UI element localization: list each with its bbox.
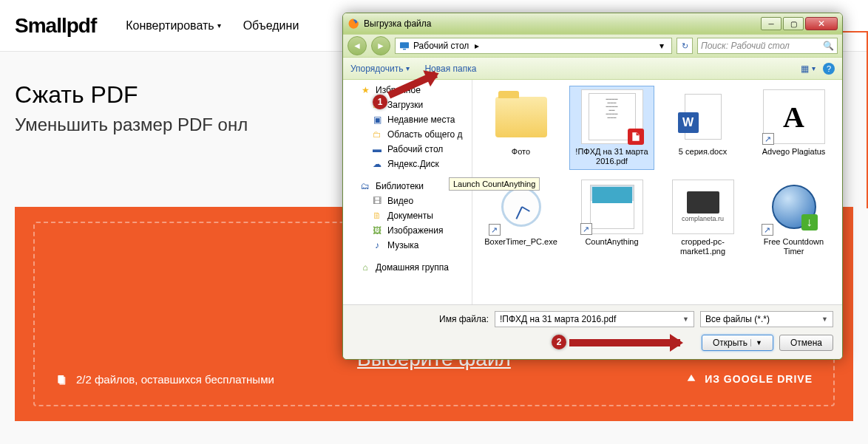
chevron-down-icon: ▾: [217, 21, 221, 30]
gdrive-icon: [685, 373, 697, 385]
file-label: Advego Plagiatus: [762, 147, 826, 166]
file-label: !ПФХД на 31 марта 2016.pdf: [573, 147, 651, 166]
file-item[interactable]: ↗CountAnything: [569, 176, 654, 260]
help-icon: ?: [823, 63, 835, 75]
sidebar: ★Избранное 🗀Загрузки ▣Недавние места 🗀Об…: [343, 80, 472, 304]
nav-merge[interactable]: Объедини: [243, 19, 299, 33]
file-open-dialog: Выгрузка файла ─ ▢ ✕ ◄ ► Рабочий стол ▸ …: [342, 13, 843, 360]
file-item[interactable]: complaneta.rucropped-pc-market1.png: [660, 176, 745, 260]
video-icon: 🎞: [371, 195, 383, 207]
sidebar-item-shared[interactable]: 🗀Область общего д: [343, 127, 472, 142]
image-icon: 🖼: [371, 225, 383, 236]
sidebar-item-documents[interactable]: 🗎Документы: [343, 208, 472, 223]
dialog-footer: Имя файла: !ПФХД на 31 марта 2016.pdf▼ В…: [343, 304, 842, 359]
desktop-icon: [399, 40, 410, 52]
music-icon: ♪: [371, 239, 383, 251]
cancel-button[interactable]: Отмена: [779, 335, 833, 351]
forward-button[interactable]: ►: [371, 36, 390, 55]
path-bar[interactable]: Рабочий стол ▸ ▾: [395, 38, 672, 54]
file-thumbnail: ↗: [581, 180, 643, 234]
file-label: CountAnything: [585, 237, 638, 256]
chevron-down-icon: ▾: [812, 64, 816, 72]
svg-rect-1: [59, 377, 65, 385]
sidebar-item-recent[interactable]: ▣Недавние места: [343, 112, 472, 127]
homegroup-icon: ⌂: [359, 262, 371, 273]
svg-rect-4: [400, 42, 409, 48]
search-icon: 🔍: [823, 41, 834, 51]
desktop-icon: ▬: [371, 143, 383, 155]
file-thumbnail: [490, 89, 552, 144]
file-item[interactable]: Фото: [478, 86, 563, 170]
refresh-button[interactable]: ↻: [677, 38, 693, 54]
file-item[interactable]: ▬▬▬▬▬▬▬▬▬▬▬▬▬▬▬▬▬▬▬▬!ПФХД на 31 марта 20…: [569, 86, 654, 170]
file-label: Free Countdown Timer: [755, 237, 833, 256]
firefox-icon: [347, 18, 359, 30]
path-segment[interactable]: Рабочий стол: [413, 41, 469, 51]
sidebar-item-downloads[interactable]: 🗀Загрузки: [343, 98, 472, 112]
nav-convert[interactable]: Конвертировать▾: [126, 19, 220, 33]
file-thumbnail: [672, 89, 734, 144]
tooltip: Launch CountAnything: [472, 177, 540, 191]
file-item[interactable]: ↓↗Free Countdown Timer: [751, 176, 836, 260]
chevron-down-icon: ▾: [406, 64, 410, 72]
file-item[interactable]: 5 серия.docx: [660, 86, 745, 170]
files-remaining: 2/2 файлов, оставшихся бесплатными: [55, 373, 274, 386]
document-icon: 🗎: [371, 210, 383, 222]
help-button[interactable]: ?: [823, 63, 835, 75]
file-thumbnail: A↗: [763, 89, 825, 144]
from-google-drive[interactable]: ИЗ GOOGLE DRIVE: [685, 373, 813, 385]
toolbar: Упорядочить▾ Новая папка ▦▾ ?: [343, 58, 842, 80]
folder-icon: 🗀: [371, 129, 383, 140]
arrow-icon: [569, 339, 680, 346]
file-label: 5 серия.docx: [679, 147, 727, 166]
chevron-down-icon[interactable]: ▼: [750, 339, 762, 346]
sidebar-group-homegroup[interactable]: ⌂Домашняя группа: [343, 260, 472, 275]
logo: Smallpdf: [15, 14, 96, 38]
top-nav: Конвертировать▾ Объедини: [126, 19, 299, 33]
nav-bar: ◄ ► Рабочий стол ▸ ▾ ↻ Поиск: Рабочий ст…: [343, 34, 842, 58]
window-buttons: ─ ▢ ✕: [759, 17, 838, 30]
back-button[interactable]: ◄: [347, 36, 367, 55]
file-label: cropped-pc-market1.png: [664, 237, 742, 256]
file-list[interactable]: Фото▬▬▬▬▬▬▬▬▬▬▬▬▬▬▬▬▬▬▬▬!ПФХД на 31 март…: [472, 80, 842, 304]
view-button[interactable]: ▦▾: [801, 64, 816, 74]
titlebar[interactable]: Выгрузка файла ─ ▢ ✕: [343, 13, 842, 34]
filter-select[interactable]: Все файлы (*.*)▼: [700, 311, 833, 327]
sidebar-item-video[interactable]: 🎞Видео: [343, 194, 472, 208]
svg-rect-5: [403, 49, 406, 49]
chevron-down-icon[interactable]: ▼: [682, 315, 689, 323]
dialog-body: ★Избранное 🗀Загрузки ▣Недавние места 🗀Об…: [343, 80, 842, 304]
path-sep-icon: ▸: [472, 41, 482, 51]
search-input[interactable]: Поиск: Рабочий стол 🔍: [697, 38, 838, 54]
pdf-icon: [628, 129, 644, 145]
file-thumbnail: ↓↗: [763, 180, 825, 234]
libraries-icon: 🗂: [359, 180, 371, 192]
maximize-button[interactable]: ▢: [783, 17, 804, 30]
close-button[interactable]: ✕: [805, 17, 838, 30]
path-dropdown-icon[interactable]: ▾: [655, 41, 668, 51]
shortcut-icon: ↗: [762, 133, 774, 145]
file-thumbnail: ▬▬▬▬▬▬▬▬▬▬▬▬▬▬▬▬▬▬▬▬: [581, 89, 643, 144]
docs-icon: [55, 374, 67, 386]
organize-button[interactable]: Упорядочить▾: [350, 64, 410, 74]
open-button[interactable]: Открыть▼: [702, 335, 773, 351]
sidebar-item-yandex[interactable]: ☁Яндекс.Диск: [343, 157, 472, 171]
shortcut-icon: ↗: [762, 224, 773, 236]
search-placeholder: Поиск: Рабочий стол: [701, 41, 790, 51]
callout-2: 2: [552, 335, 566, 349]
sidebar-item-images[interactable]: 🖼Изображения: [343, 223, 472, 238]
minimize-button[interactable]: ─: [761, 17, 781, 30]
file-item[interactable]: A↗Advego Plagiatus: [751, 86, 836, 170]
sidebar-item-desktop[interactable]: ▬Рабочий стол: [343, 142, 472, 157]
star-icon: ★: [359, 84, 371, 96]
sidebar-item-music[interactable]: ♪Музыка: [343, 238, 472, 253]
shortcut-icon: ↗: [580, 223, 592, 235]
view-icon: ▦: [801, 64, 809, 74]
file-thumbnail: complaneta.ru: [672, 180, 734, 234]
dialog-title: Выгрузка файла: [364, 18, 432, 29]
shortcut-icon: ↗: [489, 224, 501, 236]
svg-marker-2: [688, 375, 696, 381]
cloud-icon: ☁: [371, 158, 383, 170]
chevron-down-icon[interactable]: ▼: [821, 315, 828, 323]
filename-input[interactable]: !ПФХД на 31 марта 2016.pdf▼: [495, 311, 694, 327]
